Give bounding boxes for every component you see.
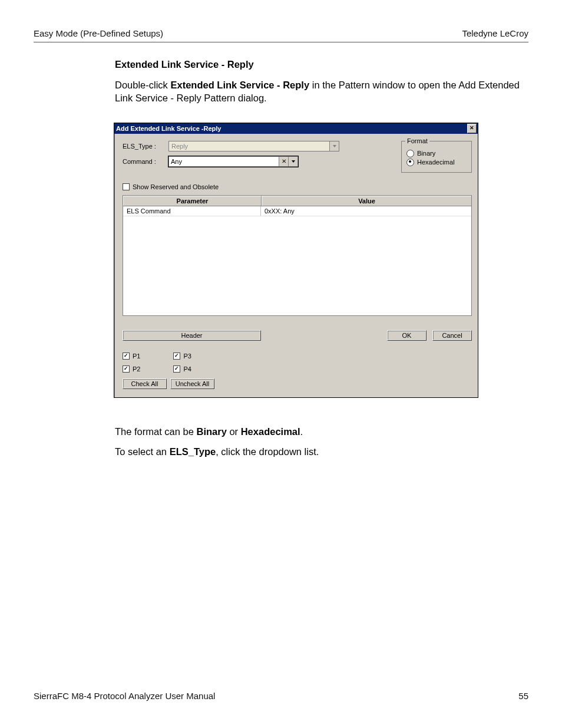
- footer-page-number: 55: [518, 691, 528, 701]
- dialog-titlebar: Add Extended Link Service -Reply ✕: [114, 123, 478, 134]
- close-icon[interactable]: ✕: [467, 124, 477, 133]
- ok-button[interactable]: OK: [387, 330, 427, 341]
- els-type-value: Reply: [169, 143, 329, 150]
- p2-label: P2: [133, 365, 140, 373]
- checkbox-p4[interactable]: P4: [173, 365, 191, 373]
- page-footer: SierraFC M8-4 Protocol Analyzer User Man…: [34, 691, 528, 701]
- radio-icon: [406, 159, 414, 166]
- add-els-reply-dialog: Add Extended Link Service -Reply ✕ ELS_T…: [114, 123, 478, 398]
- cell-value: 0xXX: Any: [261, 206, 471, 216]
- checkbox-icon: [123, 353, 130, 360]
- txt: or: [227, 426, 241, 437]
- radio-hex[interactable]: Hexadecimal: [406, 159, 467, 166]
- cancel-button[interactable]: Cancel: [432, 330, 472, 341]
- txt: .: [300, 426, 303, 437]
- format-groupbox: Format Binary Hexadecimal: [401, 141, 472, 173]
- intro-pre: Double-click: [115, 80, 170, 90]
- radio-binary-label: Binary: [417, 150, 435, 157]
- header-left: Easy Mode (Pre-Defined Setups): [34, 28, 163, 38]
- footer-left: SierraFC M8-4 Protocol Analyzer User Man…: [34, 691, 215, 701]
- els-type-label: ELS_Type :: [123, 143, 168, 150]
- header-button[interactable]: Header: [123, 330, 261, 341]
- cell-parameter: ELS Command: [123, 206, 261, 216]
- els-type-note: To select an ELS_Type, click the dropdow…: [115, 445, 528, 458]
- chevron-down-icon: [329, 141, 339, 151]
- checkbox-icon: [173, 353, 180, 360]
- txt: To select an: [115, 446, 170, 457]
- page-header: Easy Mode (Pre-Defined Setups) Teledyne …: [0, 0, 562, 42]
- txt-bold: ELS_Type: [170, 446, 216, 457]
- radio-icon: [406, 150, 414, 157]
- col-value: Value: [262, 196, 471, 206]
- txt: The format can be: [115, 426, 197, 437]
- uncheck-all-button[interactable]: Uncheck All: [170, 378, 214, 389]
- txt: , click the dropdown list.: [216, 446, 319, 457]
- checkbox-p1[interactable]: P1: [123, 353, 140, 360]
- show-reserved-checkbox[interactable]: Show Reserved and Obsolete: [123, 183, 472, 190]
- checkbox-p3[interactable]: P3: [173, 353, 191, 360]
- check-all-button[interactable]: Check All: [123, 378, 167, 389]
- radio-binary[interactable]: Binary: [406, 150, 467, 157]
- checkbox-p2[interactable]: P2: [123, 365, 140, 373]
- p4-label: P4: [183, 365, 191, 373]
- show-reserved-label: Show Reserved and Obsolete: [133, 183, 219, 190]
- intro-bold: Extended Link Service - Reply: [170, 80, 309, 90]
- checkbox-icon: [123, 365, 130, 373]
- command-value: Any: [169, 158, 279, 165]
- parameter-table: Parameter Value ELS Command 0xXX: Any: [123, 195, 472, 316]
- col-parameter: Parameter: [123, 196, 262, 206]
- command-dropdown[interactable]: Any ✕: [168, 156, 298, 167]
- checkbox-icon: [173, 365, 180, 373]
- txt-bold: Binary: [197, 426, 227, 437]
- chevron-down-icon[interactable]: [288, 157, 297, 166]
- clear-icon[interactable]: ✕: [279, 157, 288, 166]
- command-label: Command :: [123, 158, 168, 165]
- format-note: The format can be Binary or Hexadecimal.: [115, 425, 528, 438]
- p3-label: P3: [183, 353, 191, 360]
- table-row[interactable]: ELS Command 0xXX: Any: [123, 206, 471, 216]
- txt-bold: Hexadecimal: [241, 426, 300, 437]
- dialog-title: Add Extended Link Service -Reply: [116, 125, 222, 132]
- section-title: Extended Link Service - Reply: [115, 59, 528, 70]
- els-type-dropdown[interactable]: Reply: [168, 141, 339, 151]
- radio-hex-label: Hexadecimal: [417, 159, 455, 166]
- checkbox-icon: [123, 183, 130, 190]
- format-legend: Format: [405, 137, 429, 144]
- header-right: Teledyne LeCroy: [462, 28, 528, 38]
- intro-paragraph: Double-click Extended Link Service - Rep…: [115, 78, 528, 105]
- p1-label: P1: [133, 353, 140, 360]
